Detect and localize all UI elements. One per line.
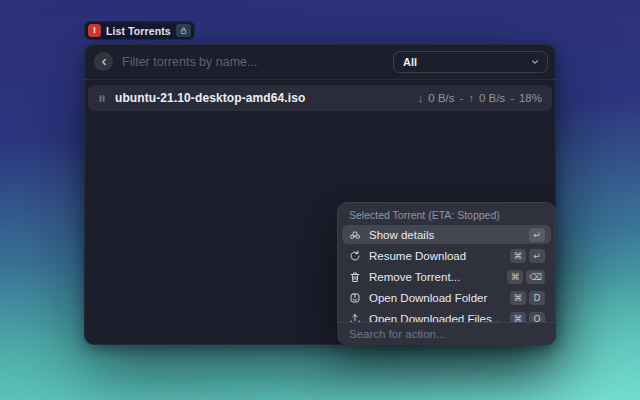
action-panel-section-title: Selected Torrent (ETA: Stopped)	[337, 202, 556, 225]
upload-speed: 0 B/s	[479, 92, 505, 104]
shortcut-keys: ⌘ O	[510, 312, 545, 323]
shortcut-keys: ⌘ ↵	[510, 249, 545, 263]
filter-dropdown[interactable]: All	[393, 51, 548, 73]
pause-icon	[97, 93, 107, 104]
command-title: List Torrents	[106, 25, 171, 37]
torrent-accessories: ↓ 0 B/s - ↑ 0 B/s - 18%	[418, 92, 542, 104]
download-arrow-icon: ↓	[418, 92, 424, 104]
action-label: Open Download Folder	[369, 292, 487, 304]
key-cmd: ⌘	[507, 270, 523, 284]
download-speed: 0 B/s	[428, 92, 454, 104]
chevron-down-icon	[530, 57, 540, 67]
action-panel-footer	[337, 322, 556, 345]
action-panel: Selected Torrent (ETA: Stopped) Show det…	[337, 202, 556, 345]
action-label: Open Downloaded Files...	[369, 313, 501, 323]
upload-icon	[349, 313, 361, 323]
torrent-name: ubuntu-21.10-desktop-amd64.iso	[115, 91, 305, 105]
action-label: Remove Torrent...	[369, 271, 460, 283]
finder-icon	[349, 292, 361, 304]
torrent-list: ubuntu-21.10-desktop-amd64.iso ↓ 0 B/s -…	[84, 80, 556, 116]
shortcut-keys: ⌘ D	[510, 291, 545, 305]
upload-arrow-icon: ↑	[468, 92, 474, 104]
window-badge: ! List Torrents	[84, 21, 195, 40]
transmission-app-icon: !	[88, 24, 101, 37]
key-return: ↵	[529, 249, 545, 263]
action-panel-items: Show details ↵ Resume Download ⌘ ↵ Remov…	[337, 225, 556, 322]
action-remove-torrent[interactable]: Remove Torrent... ⌘ ⌫	[342, 267, 551, 286]
action-resume-download[interactable]: Resume Download ⌘ ↵	[342, 246, 551, 265]
binoculars-icon	[349, 229, 361, 241]
shortcut-keys: ⌘ ⌫	[507, 270, 545, 284]
trash-icon	[349, 271, 361, 283]
filter-dropdown-value: All	[403, 56, 530, 68]
key-delete: ⌫	[526, 270, 545, 284]
action-search-input[interactable]	[349, 328, 544, 340]
back-button[interactable]	[94, 52, 113, 71]
action-label: Show details	[369, 229, 434, 241]
action-open-downloaded-files[interactable]: Open Downloaded Files... ⌘ O	[342, 309, 551, 322]
restart-icon	[349, 250, 361, 262]
progress-percent: 18%	[519, 92, 542, 104]
lock-icon	[176, 24, 191, 37]
action-label: Resume Download	[369, 250, 466, 262]
shortcut-keys: ↵	[529, 228, 545, 242]
separator: -	[460, 92, 464, 104]
key-cmd: ⌘	[510, 291, 526, 305]
chevron-left-icon	[99, 57, 109, 67]
key-o: O	[529, 312, 545, 323]
key-return: ↵	[529, 228, 545, 242]
action-open-download-folder[interactable]: Open Download Folder ⌘ D	[342, 288, 551, 307]
key-cmd: ⌘	[510, 249, 526, 263]
action-show-details[interactable]: Show details ↵	[342, 225, 551, 244]
torrent-row[interactable]: ubuntu-21.10-desktop-amd64.iso ↓ 0 B/s -…	[88, 85, 552, 111]
key-cmd: ⌘	[510, 312, 526, 323]
separator: -	[510, 92, 514, 104]
search-bar: All	[84, 44, 556, 80]
search-input[interactable]	[122, 55, 385, 69]
key-d: D	[529, 291, 545, 305]
